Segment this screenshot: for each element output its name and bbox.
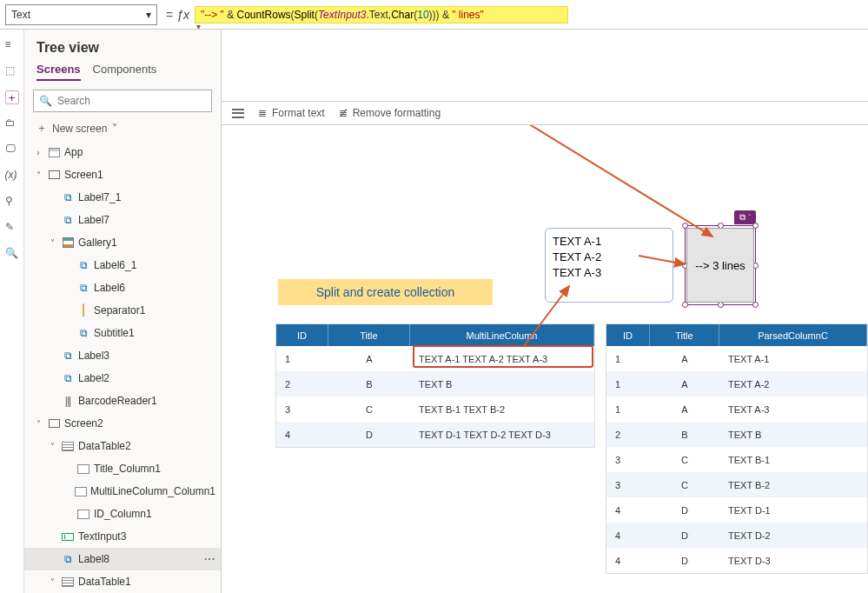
new-screen-button[interactable]: ＋ New screen ˅ — [24, 116, 221, 141]
tree-item-gallery1[interactable]: ˅Gallery1 — [24, 231, 221, 254]
tree-tabs: Screens Components — [24, 57, 221, 81]
table-row[interactable]: 4DTEXT D-1 TEXT D-2 TEXT D-3 — [276, 422, 594, 447]
formula-bar-row: Text ▾ = ƒx "--> " & CountRows(Split(Tex… — [0, 0, 868, 30]
tree-item[interactable]: ID_Column1 — [24, 503, 221, 525]
tree-item[interactable]: |||BarcodeReader1 — [24, 390, 221, 412]
plus-icon: ＋ — [36, 121, 47, 136]
tree-search-input[interactable] — [57, 95, 206, 107]
svg-line-0 — [361, 125, 712, 237]
hamburger-icon[interactable]: ≡ — [5, 38, 19, 52]
label8-on-canvas[interactable]: --> 3 lines — [686, 228, 754, 303]
tree-item[interactable]: ⧉Subtitle1 — [24, 322, 221, 344]
table-header: IDTitleParsedColumnC — [606, 324, 867, 346]
tree-item[interactable]: ⧉Label6_1 — [24, 254, 221, 277]
tree-item[interactable]: ⧉Label7 — [24, 209, 221, 231]
formula-input[interactable]: "--> " & CountRows(Split(TextInput3.Text… — [195, 6, 568, 23]
data-icon[interactable]: 🗀 — [5, 117, 19, 130]
table-row[interactable]: 1ATEXT A-3 — [606, 396, 867, 422]
data-table-right[interactable]: IDTitleParsedColumnC 1ATEXT A-1 1ATEXT A… — [606, 323, 868, 574]
remove-formatting-icon: ≣̸ — [339, 107, 348, 119]
tree-item-datatable1[interactable]: ˅DataTable1 — [24, 570, 221, 593]
table-row[interactable]: 4DTEXT D-2 — [606, 523, 867, 548]
tab-screens[interactable]: Screens — [36, 63, 81, 81]
insert-icon[interactable]: + — [5, 90, 19, 104]
textbox-line: TEXT A-1 — [553, 234, 666, 250]
hamburger-icon[interactable] — [232, 109, 244, 118]
format-text-icon: ≣ — [258, 107, 267, 119]
table-row[interactable]: 1ATEXT A-2 — [606, 371, 867, 396]
format-bar: ≣Format text ≣̸Remove formatting — [222, 101, 868, 125]
remove-formatting-button[interactable]: ≣̸Remove formatting — [339, 107, 441, 119]
fx-icon[interactable]: ƒx — [176, 8, 189, 22]
highlight-box — [413, 345, 593, 368]
tab-components[interactable]: Components — [93, 63, 157, 81]
tree-item[interactable]: ⧉Label3 — [24, 344, 221, 367]
canvas-area: Split and create collection TEXT A-1 TEX… — [222, 125, 868, 593]
tree-item[interactable]: ⧉Label6 — [24, 277, 221, 299]
more-icon[interactable]: ··· — [204, 553, 215, 565]
tree-search[interactable]: 🔍 — [33, 90, 212, 112]
media-icon[interactable]: 🖵 — [5, 143, 19, 157]
tree-item[interactable]: MultiLineColumn_Column1 — [24, 480, 221, 503]
table-row[interactable]: 3CTEXT B-1 — [606, 447, 867, 472]
format-text-button[interactable]: ≣Format text — [258, 107, 325, 119]
variables-icon[interactable]: (x) — [5, 169, 19, 183]
table-row[interactable]: 4DTEXT D-3 — [606, 548, 867, 573]
tree-item-label8[interactable]: ⧉Label8··· — [24, 548, 221, 570]
split-create-collection-button[interactable]: Split and create collection — [278, 279, 493, 305]
table-row[interactable]: 1ATEXT A-1 — [606, 346, 867, 371]
chevron-down-icon: ˅ — [112, 123, 117, 135]
tree-item[interactable]: Title_Column1 — [24, 457, 221, 480]
tree-item-textinput3[interactable]: TextInput3 — [24, 525, 221, 548]
text-input-3[interactable]: TEXT A-1 TEXT A-2 TEXT A-3 — [545, 228, 673, 303]
property-dropdown-value: Text — [11, 9, 30, 21]
tree-item[interactable]: ⧉Label7_1 — [24, 186, 221, 209]
search-icon: 🔍 — [39, 95, 52, 107]
tree-item-datatable2[interactable]: ˅DataTable2 — [24, 435, 221, 457]
table-row[interactable]: 2BTEXT B — [276, 371, 594, 396]
data-table-left[interactable]: IDTitleMultiLineColumn 1ATEXT A-1 TEXT A… — [275, 323, 595, 448]
table-row[interactable]: 4DTEXT D-1 — [606, 497, 867, 523]
property-dropdown[interactable]: Text ▾ — [5, 4, 157, 25]
left-icon-rail: ≡ ⬚ + 🗀 🖵 (x) ⚲ ✎ 🔍 — [0, 30, 24, 593]
textbox-line: TEXT A-2 — [553, 250, 666, 265]
selection-badge[interactable]: ⧉ ˅ — [734, 210, 756, 224]
table-row[interactable]: 2BTEXT B — [606, 422, 867, 447]
tree-item-screen1[interactable]: ˅Screen1 — [24, 163, 221, 186]
equals-sign: = — [166, 8, 173, 22]
advanced-tools-icon[interactable]: ⚲ — [5, 195, 19, 209]
textbox-line: TEXT A-3 — [553, 265, 666, 281]
tree-item-screen2[interactable]: ˅Screen2 — [24, 412, 221, 435]
tree-list: ›App ˅Screen1 ⧉Label7_1 ⧉Label7 ˅Gallery… — [24, 141, 221, 593]
search-icon[interactable]: 🔍 — [5, 247, 19, 261]
chevron-down-icon: ▾ — [146, 9, 151, 21]
tree-item[interactable]: ⧉Label2 — [24, 367, 221, 390]
tree-view-icon[interactable]: ⬚ — [5, 64, 19, 78]
table-row[interactable]: 3CTEXT B-2 — [606, 472, 867, 497]
tree-view-title: Tree view — [24, 30, 221, 57]
table-header: IDTitleMultiLineColumn — [276, 324, 594, 346]
tree-item[interactable]: ⎮Separator1 — [24, 299, 221, 322]
table-row[interactable]: 3CTEXT B-1 TEXT B-2 — [276, 396, 594, 422]
tree-item-app[interactable]: ›App — [24, 141, 221, 163]
advanced-tools-icon-2[interactable]: ✎ — [5, 221, 19, 235]
tree-view-panel: Tree view Screens Components 🔍 ＋ New scr… — [24, 30, 222, 593]
